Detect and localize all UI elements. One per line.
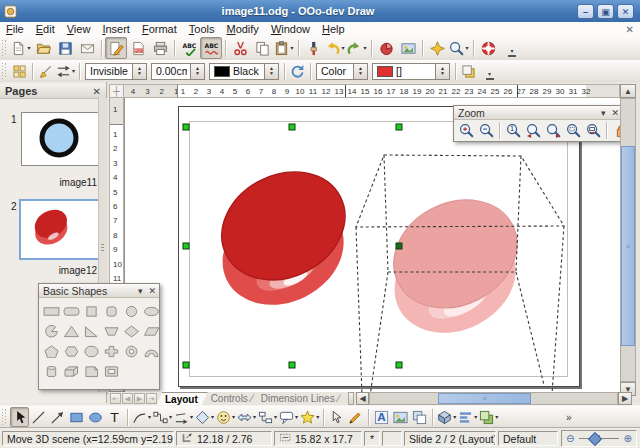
- line-color-combo[interactable]: Black▲▼: [209, 63, 279, 80]
- shape-diamond-icon[interactable]: [122, 322, 141, 341]
- from-file-tool[interactable]: [391, 407, 410, 427]
- page-2-label[interactable]: image12: [28, 265, 97, 276]
- toolbar-grip[interactable]: [2, 63, 7, 78]
- shadow[interactable]: [459, 61, 478, 81]
- zoom-out[interactable]: [476, 121, 496, 141]
- arrow-endings[interactable]: ▾: [55, 61, 76, 81]
- open[interactable]: [32, 37, 54, 59]
- selection-handle[interactable]: [183, 362, 189, 368]
- shape-rectangle-icon[interactable]: [42, 302, 61, 321]
- toolbar-grip[interactable]: [2, 40, 7, 57]
- close-button[interactable]: ✕: [617, 4, 634, 19]
- dropdown-caret-icon[interactable]: ▾: [316, 414, 319, 420]
- zoom-previous[interactable]: [523, 121, 543, 141]
- selection-handle[interactable]: [396, 243, 402, 249]
- toolbar-overflow[interactable]: ▾: [499, 38, 525, 58]
- shape-octagon-icon[interactable]: [82, 342, 101, 361]
- spinner-icon[interactable]: ▲▼: [264, 64, 278, 79]
- minimize-button[interactable]: –: [577, 4, 594, 19]
- dropdown-caret-icon[interactable]: ▾: [169, 414, 172, 420]
- dropdown-caret-icon[interactable]: ▾: [27, 45, 30, 51]
- tab-layout[interactable]: Layout: [157, 392, 208, 405]
- selection-handle[interactable]: [396, 124, 402, 130]
- zoom-out-icon[interactable]: ⊖: [566, 434, 574, 444]
- gallery-tool[interactable]: [410, 407, 429, 427]
- basic-shapes-menu-icon[interactable]: ▾: [135, 286, 146, 296]
- gallery[interactable]: [397, 37, 419, 59]
- arrange-tool[interactable]: ▾: [478, 407, 499, 427]
- export-pdf[interactable]: PDF: [127, 37, 149, 59]
- rectangle-tool[interactable]: [67, 407, 86, 427]
- dropdown-caret-icon[interactable]: ▾: [465, 45, 468, 51]
- shape-right-triangle-icon[interactable]: [82, 322, 101, 341]
- spinner-icon[interactable]: ▲▼: [353, 64, 367, 79]
- dropdown-caret-icon[interactable]: ▾: [232, 414, 235, 420]
- stars-tool[interactable]: ▾: [299, 407, 320, 427]
- overflow-chevron[interactable]: »: [559, 407, 578, 427]
- menu-window[interactable]: Window: [265, 23, 316, 35]
- status-slide[interactable]: Slide 2 / 2 (Layout): [404, 431, 496, 446]
- drawing-canvas[interactable]: Zoom ▾ ✕ 1: [124, 98, 620, 392]
- shape-ellipse-icon[interactable]: [142, 302, 161, 321]
- dropdown-caret-icon[interactable]: ▾: [274, 414, 277, 420]
- horizontal-scrollbar[interactable]: ≡: [369, 392, 618, 405]
- pages-panel-close-icon[interactable]: ✕: [88, 86, 106, 97]
- line-style-combo[interactable]: Invisible▲▼: [85, 63, 147, 80]
- basic-shapes-tool[interactable]: ▾: [194, 407, 215, 427]
- zoom-slider-track[interactable]: [579, 438, 618, 439]
- gluepoints-tool[interactable]: [346, 407, 365, 427]
- shape-square-icon[interactable]: [82, 302, 101, 321]
- shape-rounded-square-icon[interactable]: [102, 302, 121, 321]
- last-page-button[interactable]: ⇥: [146, 393, 157, 404]
- basic-shapes-titlebar[interactable]: Basic Shapes ▾ ✕: [39, 284, 159, 298]
- dropdown-caret-icon[interactable]: ▾: [295, 414, 298, 420]
- styles[interactable]: [10, 61, 29, 81]
- shape-folded-corner-icon[interactable]: [82, 362, 101, 381]
- shape-frame-icon[interactable]: [102, 362, 121, 381]
- page-2-thumbnail[interactable]: [19, 199, 102, 260]
- selection-handle[interactable]: [396, 362, 402, 368]
- text-tool[interactable]: T: [105, 407, 124, 427]
- zoom-slider[interactable]: ⊖ ⊕: [561, 430, 637, 447]
- dropdown-caret-icon[interactable]: ▾: [453, 414, 456, 420]
- pink-disc-preview[interactable]: [365, 179, 545, 353]
- shape-cube-icon[interactable]: [62, 362, 81, 381]
- area-style-combo[interactable]: Color▲▼: [316, 63, 368, 80]
- scrollbar-splitter[interactable]: [348, 392, 354, 405]
- spinner-icon[interactable]: ▲▼: [190, 64, 204, 79]
- toolbar-grip[interactable]: [2, 409, 7, 424]
- copy[interactable]: [251, 37, 273, 59]
- shape-parallelogram-icon[interactable]: [142, 322, 161, 341]
- dropdown-caret-icon[interactable]: ▾: [253, 414, 256, 420]
- page-1-label[interactable]: image11: [28, 177, 97, 188]
- line-tool[interactable]: [29, 407, 48, 427]
- zoom-palette-close-icon[interactable]: ✕: [608, 108, 620, 118]
- zoom-palette-menu-icon[interactable]: ▾: [598, 108, 609, 118]
- shape-cylinder-icon[interactable]: [42, 362, 61, 381]
- vertical-scrollbar[interactable]: ≡: [620, 98, 636, 382]
- dropdown-caret-icon[interactable]: ▾: [290, 45, 293, 51]
- ellipse-tool[interactable]: [86, 407, 105, 427]
- symbol-shapes-tool[interactable]: ▾: [215, 407, 236, 427]
- cut[interactable]: [229, 37, 251, 59]
- shape-block-arc-icon[interactable]: [142, 342, 161, 361]
- next-page-button[interactable]: ▶: [134, 393, 145, 404]
- shape-circle-pie-icon[interactable]: [42, 322, 61, 341]
- spinner-icon[interactable]: ▲▼: [435, 64, 449, 79]
- shape-trapezoid-icon[interactable]: [102, 322, 121, 341]
- maximize-button[interactable]: ▣: [597, 4, 614, 19]
- line-dialog[interactable]: [36, 61, 55, 81]
- rotate[interactable]: [288, 61, 307, 81]
- dropdown-caret-icon[interactable]: ▾: [148, 414, 151, 420]
- shape-ring-icon[interactable]: [122, 342, 141, 361]
- selection-handle[interactable]: [183, 124, 189, 130]
- shape-cross-icon[interactable]: [102, 342, 121, 361]
- shape-isosceles-triangle-icon[interactable]: [62, 322, 81, 341]
- points-tool[interactable]: [327, 407, 346, 427]
- horizontal-ruler[interactable]: 4321123456789101112131415161718192021222…: [124, 84, 620, 98]
- horizontal-scroll-thumb[interactable]: ≡: [438, 393, 531, 404]
- scroll-up-icon[interactable]: ▲: [620, 84, 636, 98]
- menu-insert[interactable]: Insert: [96, 23, 136, 35]
- vertical-scroll-thumb[interactable]: ≡: [621, 146, 635, 346]
- line-width-combo[interactable]: 0.00cm▲▼: [151, 63, 205, 80]
